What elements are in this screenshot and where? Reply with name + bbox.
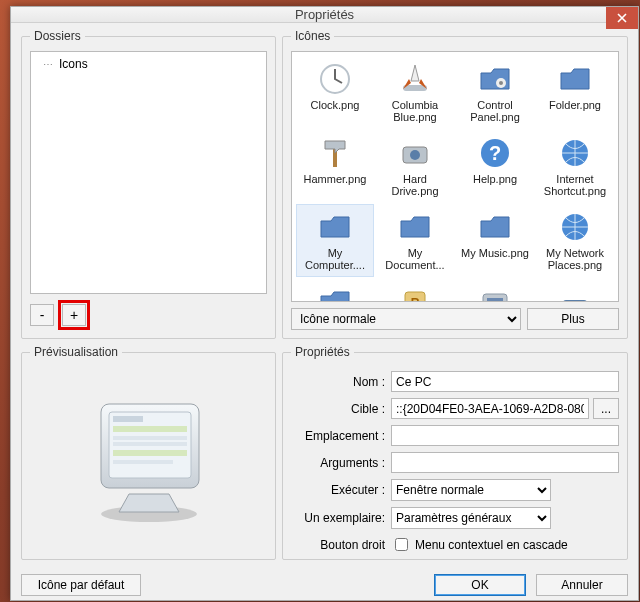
icons-legend: Icônes	[291, 29, 334, 43]
tree-line-icon: ⋯	[43, 59, 53, 70]
cascade-checkbox[interactable]	[395, 538, 408, 551]
svg-rect-19	[113, 416, 143, 422]
icon-label: My Computer....	[299, 247, 371, 271]
icon-label: Hammer.png	[304, 173, 367, 195]
label-target: Cible :	[291, 402, 391, 416]
dialog-footer: Icône par défaut OK Annuler	[11, 570, 638, 602]
cancel-button[interactable]: Annuler	[536, 574, 628, 596]
icon-item[interactable]	[536, 279, 614, 302]
props-legend: Propriétés	[291, 345, 354, 359]
remove-folder-button[interactable]: -	[30, 304, 54, 326]
name-field[interactable]	[391, 371, 619, 392]
svg-rect-22	[113, 442, 187, 446]
icon-label: Hard Drive.png	[379, 173, 451, 197]
more-button[interactable]: Plus	[527, 308, 619, 330]
preview-monitor-icon	[79, 394, 219, 524]
icon-item[interactable]: Hammer.png	[296, 130, 374, 202]
folders-legend: Dossiers	[30, 29, 85, 43]
preview-group: Prévisualisation	[21, 345, 276, 560]
tutorial-highlight: +	[58, 300, 90, 330]
shuttle-icon	[397, 61, 433, 97]
browse-target-button[interactable]: ...	[593, 398, 619, 419]
label-arguments: Arguments :	[291, 456, 391, 470]
icon-item[interactable]: Clock.png	[296, 56, 374, 128]
svg-point-3	[499, 81, 503, 85]
icon-label: My Document...	[379, 247, 451, 271]
icons-list[interactable]: Clock.pngColumbia Blue.pngControl Panel.…	[291, 51, 619, 302]
icon-label: Internet Shortcut.png	[539, 173, 611, 197]
arguments-field[interactable]	[391, 452, 619, 473]
svg-rect-23	[113, 450, 187, 456]
icon-label: My Music.png	[461, 247, 529, 269]
svg-rect-14	[487, 298, 503, 302]
folder-icon	[397, 209, 433, 245]
icon-item[interactable]: Internet Shortcut.png	[536, 130, 614, 202]
svg-rect-24	[113, 460, 173, 464]
ok-button[interactable]: OK	[434, 574, 526, 596]
folder-icon	[317, 209, 353, 245]
label-location: Emplacement :	[291, 429, 391, 443]
folder-icon	[317, 284, 353, 302]
window-title: Propriétés	[11, 7, 638, 22]
target-field[interactable]	[391, 398, 589, 419]
hammer-icon	[317, 135, 353, 171]
icon-item[interactable]: Control Panel.png	[456, 56, 534, 128]
icon-item[interactable]	[456, 279, 534, 302]
close-button[interactable]	[606, 7, 638, 29]
icon-item[interactable]: My Document...	[376, 204, 454, 276]
icon-item[interactable]: Hard Drive.png	[376, 130, 454, 202]
svg-text:?: ?	[489, 142, 501, 164]
add-folder-button[interactable]: +	[62, 304, 86, 326]
icon-label: Folder.png	[549, 99, 601, 121]
icon-item[interactable]: Folder.png	[536, 56, 614, 128]
svg-text:R: R	[411, 296, 420, 302]
folder-gear-icon	[477, 61, 513, 97]
icon-item[interactable]: My Music.png	[456, 204, 534, 276]
folders-tree[interactable]: ⋯ Icons	[30, 51, 267, 294]
icons-group: Icônes Clock.pngColumbia Blue.pngControl…	[282, 29, 628, 339]
preview-legend: Prévisualisation	[30, 345, 122, 359]
icon-item[interactable]: Columbia Blue.png	[376, 56, 454, 128]
pen-icon	[557, 284, 593, 302]
cascade-label: Menu contextuel en cascade	[415, 538, 568, 552]
help-icon: ?	[477, 135, 513, 171]
svg-rect-15	[563, 300, 587, 302]
label-execute: Exécuter :	[291, 483, 391, 497]
svg-rect-21	[113, 436, 187, 440]
folder-icon	[557, 61, 593, 97]
svg-rect-20	[113, 426, 187, 432]
svg-point-6	[410, 150, 420, 160]
location-field[interactable]	[391, 425, 619, 446]
icon-item[interactable]: My Computer....	[296, 204, 374, 276]
label-name: Nom :	[291, 375, 391, 389]
folder-icon	[477, 209, 513, 245]
instance-select[interactable]: Paramètres généraux	[391, 507, 551, 529]
icon-item[interactable]: My Network Places.png	[536, 204, 614, 276]
icon-size-select[interactable]: Icône normale	[291, 308, 521, 330]
icon-item[interactable]: ?Help.png	[456, 130, 534, 202]
icon-label: Columbia Blue.png	[379, 99, 451, 123]
icon-label: My Network Places.png	[539, 247, 611, 271]
folders-group: Dossiers ⋯ Icons - +	[21, 29, 276, 339]
icon-label: Control Panel.png	[459, 99, 531, 123]
globe-icon	[557, 135, 593, 171]
clock-icon	[317, 61, 353, 97]
label-instance: Un exemplaire:	[291, 511, 391, 525]
icon-label: Help.png	[473, 173, 517, 195]
tree-item-label: Icons	[59, 57, 88, 71]
icon-item[interactable]	[296, 279, 374, 302]
titlebar[interactable]: Propriétés	[11, 7, 638, 23]
misc2-icon	[477, 284, 513, 302]
execute-select[interactable]: Fenêtre normale	[391, 479, 551, 501]
properties-dialog: Propriétés Dossiers ⋯ Icons - + Icôn	[10, 6, 639, 601]
default-icon-button[interactable]: Icône par défaut	[21, 574, 141, 596]
globe-icon	[557, 209, 593, 245]
misc-icon: R	[397, 284, 433, 302]
icon-label: Clock.png	[311, 99, 360, 121]
properties-group: Propriétés Nom : Cible : ... Emplacement…	[282, 345, 628, 560]
tree-item[interactable]: ⋯ Icons	[35, 56, 262, 72]
icon-item[interactable]: R	[376, 279, 454, 302]
drive-icon	[397, 135, 433, 171]
close-icon	[617, 13, 627, 23]
label-rightclick: Bouton droit	[291, 538, 391, 552]
